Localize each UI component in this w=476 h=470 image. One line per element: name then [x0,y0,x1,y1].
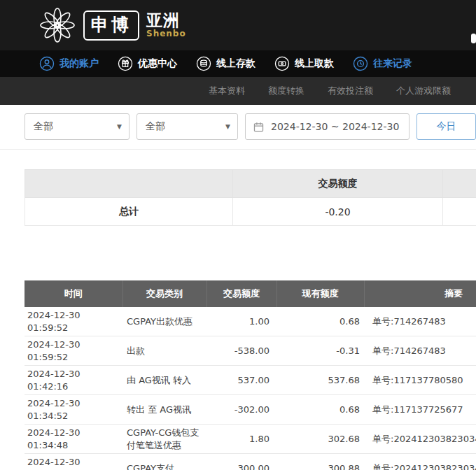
col-amount: 交易额度 [206,280,276,307]
cell-summary: 单号:202412303823034 [364,454,476,470]
cell-type: CGPAY支付 [122,454,206,470]
summary-empty-cell [443,198,476,226]
cell-summary: 单号:714267483 [364,307,476,336]
summary-table: 交易额度 总计 -0.20 [24,169,476,226]
nav-item-promotions[interactable]: 优惠中心 [118,56,177,71]
cell-balance: 537.68 [276,366,364,395]
col-type: 交易类别 [122,280,206,307]
subnav-item-valid-bets[interactable]: 有效投注额 [328,85,373,97]
cell-balance: 0.68 [276,395,364,425]
deposit-icon [196,56,211,71]
cell-balance: 302.68 [276,425,364,454]
table-row: 2024-12-30 01:34:48CGPAY支付300.00300.88单号… [24,454,476,470]
brand-region-label: 亚洲 [146,12,186,29]
summary-total-value: -0.20 [233,198,443,226]
date-range-value: 2024-12-30 ~ 2024-12-30 [271,121,399,132]
top-header: 申博 亚洲 Shenbo [0,0,476,50]
filter-select-2[interactable]: 全部 ▼ [136,113,238,140]
summary-section: 交易额度 总计 -0.20 [24,169,476,226]
cell-amount: -538.00 [206,336,276,366]
cell-summary: 单号:714267483 [364,336,476,366]
cell-type: 由 AG视讯 转入 [122,366,206,395]
summary-total-row: 总计 -0.20 [25,198,476,226]
withdraw-icon [274,56,290,71]
cell-type: 转出 至 AG视讯 [122,395,206,425]
subnav-item-game-limits[interactable]: 个人游戏限额 [396,85,451,97]
filter-select-2-value: 全部 [146,120,165,133]
cell-time: 2024-12-30 01:34:48 [24,454,122,470]
transactions-table: 时间 交易类别 交易额度 现有额度 摘要 2024-12-30 01:59:52… [24,280,476,470]
summary-total-label: 总计 [25,198,233,226]
transactions-section: 时间 交易类别 交易额度 现有额度 摘要 2024-12-30 01:59:52… [24,280,476,470]
nav-item-label: 优惠中心 [138,57,177,70]
cell-type: 出款 [122,336,206,366]
nav-item-label: 往来记录 [373,57,412,70]
table-row: 2024-12-30 01:59:52出款-538.00-0.31单号:7142… [24,336,476,366]
filter-select-1[interactable]: 全部 ▼ [24,113,130,140]
filter-select-1-value: 全部 [34,120,53,133]
col-balance: 现有额度 [276,280,364,307]
brand-subtitle: Shenbo [146,29,186,38]
nav-item-records[interactable]: 往来记录 [353,56,412,71]
lotus-logo-icon [38,6,76,44]
col-summary: 摘要 [364,280,476,307]
cell-amount: 300.00 [206,454,276,470]
cell-amount: 1.00 [206,307,276,336]
table-row: 2024-12-30 01:34:52转出 至 AG视讯-302.000.68单… [24,395,476,425]
cell-amount: 537.00 [206,366,276,395]
cell-time: 2024-12-30 01:42:16 [24,366,122,395]
table-row: 2024-12-30 01:42:16由 AG视讯 转入537.00537.68… [24,366,476,395]
transactions-header-row: 时间 交易类别 交易额度 现有额度 摘要 [24,280,476,307]
cell-type: CGPAY-CG钱包支付笔笔送优惠 [122,425,206,454]
calendar-icon [253,121,265,133]
cell-amount: 1.80 [206,425,276,454]
main-nav: 我的账户 优惠中心 线上存款 [0,50,476,77]
cell-summary: 单号:117137725677 [364,395,476,425]
user-icon [39,56,55,71]
chevron-down-icon: ▼ [225,123,230,130]
cell-summary: 单号:202412303823034 [364,425,476,454]
scrollbar-thumb[interactable] [471,34,476,43]
subnav-item-credit-transfer[interactable]: 额度转换 [268,85,304,97]
cell-time: 2024-12-30 01:34:48 [24,425,122,454]
summary-header-empty [443,170,476,198]
chevron-down-icon: ▼ [117,123,122,130]
transactions-body: 2024-12-30 01:59:52CGPAY出款优惠1.000.68单号:7… [24,307,476,470]
summary-header-amount: 交易额度 [233,170,443,198]
nav-item-label: 我的账户 [59,57,99,70]
nav-item-my-account[interactable]: 我的账户 [39,56,99,71]
gift-icon [118,56,133,71]
summary-header-empty [25,170,233,198]
cell-time: 2024-12-30 01:59:52 [24,307,122,336]
date-range-input[interactable]: 2024-12-30 ~ 2024-12-30 [245,113,410,140]
cell-time: 2024-12-30 01:34:52 [24,395,122,425]
nav-item-label: 线上取款 [295,57,334,70]
cell-time: 2024-12-30 01:59:52 [24,336,122,366]
cell-balance: 300.88 [276,454,364,470]
cell-amount: -302.00 [206,395,276,425]
cell-type: CGPAY出款优惠 [122,307,206,336]
brand-name-boxed: 申博 [83,10,139,41]
nav-item-deposit[interactable]: 线上存款 [196,56,255,71]
col-time: 时间 [24,280,122,307]
brand-logo[interactable]: 申博 亚洲 Shenbo [38,6,186,44]
summary-header-row: 交易额度 [25,170,476,198]
filter-bar: 全部 ▼ 全部 ▼ 2024-12-30 ~ 2024-12-30 今日 [0,105,476,150]
records-icon [353,56,368,71]
page: 申博 亚洲 Shenbo 我的账户 [0,0,476,470]
nav-item-label: 线上存款 [216,57,255,70]
subnav-item-basic-info[interactable]: 基本资料 [209,85,245,97]
cell-summary: 单号:117137780580 [364,366,476,395]
cell-balance: -0.31 [276,336,364,366]
cell-balance: 0.68 [276,307,364,336]
table-row: 2024-12-30 01:59:52CGPAY出款优惠1.000.68单号:7… [24,307,476,336]
table-row: 2024-12-30 01:34:48CGPAY-CG钱包支付笔笔送优惠1.80… [24,425,476,454]
today-button[interactable]: 今日 [416,113,476,140]
nav-item-withdraw[interactable]: 线上取款 [274,56,334,71]
sub-nav: 基本资料 额度转换 有效投注额 个人游戏限额 [0,77,476,105]
